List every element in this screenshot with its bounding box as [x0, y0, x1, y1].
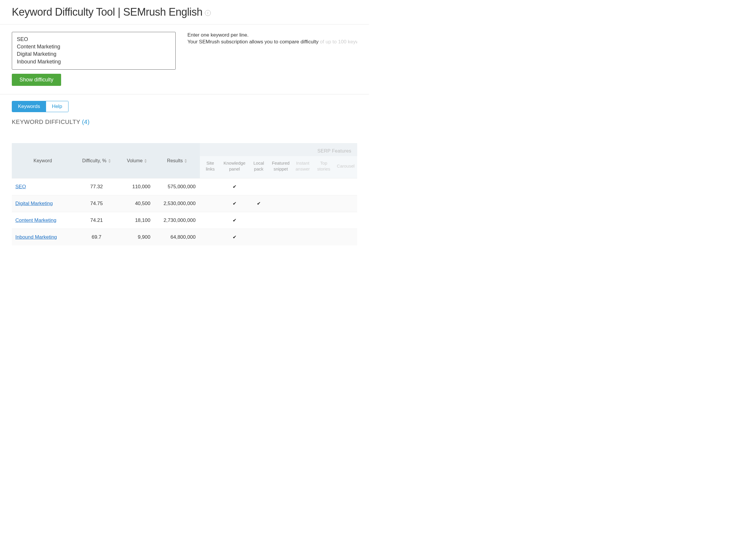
help-text: Enter one keyword per line. Your SEMrush…: [188, 32, 357, 45]
cell-serp-site-links: [200, 178, 221, 195]
cell-volume: 18,100: [119, 212, 155, 229]
cell-serp-local-pack: [248, 178, 269, 195]
svg-marker-3: [144, 161, 147, 163]
table-row: Content Marketing74.2118,1002,730,000,00…: [12, 212, 357, 229]
cell-serp-instant-answer: [292, 178, 313, 195]
info-icon[interactable]: i: [205, 10, 211, 16]
cell-volume: 9,900: [119, 229, 155, 246]
cell-results: 64,800,000: [154, 229, 200, 246]
cell-serp-knowledge-panel: ✔: [221, 178, 248, 195]
help-line-2a: Your SEMrush subscription allows you to …: [188, 39, 320, 45]
cell-serp-knowledge-panel: ✔: [221, 229, 248, 246]
cell-serp-featured-snippet: [269, 212, 292, 229]
cell-serp-knowledge-panel: ✔: [221, 195, 248, 212]
cell-serp-top-stories: [313, 229, 334, 246]
col-featured-snippet[interactable]: Featured snippet: [269, 156, 292, 178]
help-line-2b: of up to 100 keyw: [320, 39, 357, 45]
svg-marker-1: [108, 161, 111, 163]
cell-results: 2,730,000,000: [154, 212, 200, 229]
sort-icon: [144, 159, 147, 163]
cell-keyword: SEO: [12, 178, 73, 195]
show-difficulty-button[interactable]: Show difficulty: [12, 74, 61, 86]
cell-volume: 110,000: [119, 178, 155, 195]
cell-serp-instant-answer: [292, 195, 313, 212]
col-volume[interactable]: Volume: [119, 149, 155, 173]
results-table: Keyword Difficulty, % Volume Results SER…: [12, 143, 357, 245]
col-local-pack[interactable]: Local pack: [248, 156, 269, 178]
cell-serp-top-stories: [313, 212, 334, 229]
keyword-link[interactable]: SEO: [15, 184, 26, 189]
svg-marker-4: [184, 159, 187, 160]
col-knowledge-panel[interactable]: Knowledge panel: [221, 156, 248, 178]
section-heading: KEYWORD DIFFICULTY (4): [12, 119, 357, 125]
section-label: KEYWORD DIFFICULTY: [12, 119, 82, 125]
cell-serp-site-links: [200, 195, 221, 212]
keyword-link[interactable]: Digital Marketing: [15, 201, 53, 206]
check-icon: ✔: [257, 201, 261, 206]
cell-serp-carousel: [334, 229, 357, 246]
divider: [0, 94, 369, 94]
tab-group: Keywords Help: [12, 101, 68, 112]
cell-serp-featured-snippet: [269, 195, 292, 212]
cell-serp-carousel: [334, 195, 357, 212]
page-title: Keyword Difficulty Tool | SEMrush Englis…: [12, 6, 203, 18]
table-row: SEO77.32110,000575,000,000✔: [12, 178, 357, 195]
check-icon: ✔: [233, 184, 237, 189]
col-carousel[interactable]: Carousel: [334, 156, 357, 178]
cell-serp-carousel: [334, 178, 357, 195]
keywords-textarea[interactable]: [12, 32, 175, 70]
col-difficulty[interactable]: Difficulty, %: [73, 149, 119, 173]
col-results[interactable]: Results: [154, 149, 200, 173]
sort-icon: [184, 159, 187, 163]
col-instant-answer[interactable]: Instant answer: [292, 156, 313, 178]
cell-serp-featured-snippet: [269, 178, 292, 195]
cell-serp-top-stories: [313, 195, 334, 212]
cell-keyword: Content Marketing: [12, 212, 73, 229]
cell-serp-local-pack: [248, 229, 269, 246]
cell-results: 2,530,000,000: [154, 195, 200, 212]
cell-serp-knowledge-panel: ✔: [221, 212, 248, 229]
cell-difficulty: 77.32: [73, 178, 119, 195]
col-site-links[interactable]: Site links: [200, 156, 221, 178]
col-serp-features-group: SERP Features: [200, 143, 357, 156]
col-top-stories[interactable]: Top stories: [313, 156, 334, 178]
sort-icon: [108, 159, 111, 163]
cell-results: 575,000,000: [154, 178, 200, 195]
cell-serp-instant-answer: [292, 212, 313, 229]
tab-help[interactable]: Help: [46, 101, 68, 112]
cell-serp-top-stories: [313, 178, 334, 195]
cell-serp-instant-answer: [292, 229, 313, 246]
table-row: Digital Marketing74.7540,5002,530,000,00…: [12, 195, 357, 212]
cell-serp-featured-snippet: [269, 229, 292, 246]
table-row: Inbound Marketing69.79,90064,800,000✔: [12, 229, 357, 246]
col-keyword[interactable]: Keyword: [12, 149, 73, 173]
cell-keyword: Inbound Marketing: [12, 229, 73, 246]
check-icon: ✔: [233, 201, 237, 206]
svg-marker-5: [184, 161, 187, 163]
cell-volume: 40,500: [119, 195, 155, 212]
section-count: (4): [82, 119, 90, 125]
cell-serp-site-links: [200, 212, 221, 229]
tab-keywords[interactable]: Keywords: [12, 101, 46, 112]
keyword-link[interactable]: Content Marketing: [15, 217, 56, 223]
svg-marker-2: [144, 159, 147, 160]
svg-marker-0: [108, 159, 111, 160]
cell-difficulty: 74.21: [73, 212, 119, 229]
check-icon: ✔: [233, 234, 237, 239]
cell-serp-carousel: [334, 212, 357, 229]
help-line-1: Enter one keyword per line.: [188, 32, 249, 38]
cell-difficulty: 69.7: [73, 229, 119, 246]
check-icon: ✔: [233, 218, 237, 223]
cell-keyword: Digital Marketing: [12, 195, 73, 212]
cell-difficulty: 74.75: [73, 195, 119, 212]
cell-serp-local-pack: ✔: [248, 195, 269, 212]
cell-serp-local-pack: [248, 212, 269, 229]
cell-serp-site-links: [200, 229, 221, 246]
keyword-link[interactable]: Inbound Marketing: [15, 234, 57, 240]
